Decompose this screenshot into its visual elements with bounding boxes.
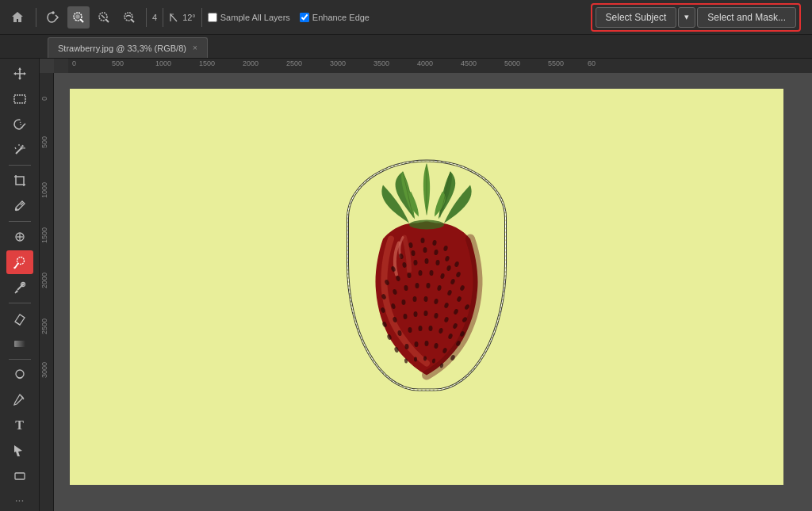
- ruler-h-60: 60: [588, 59, 596, 67]
- enhance-edge-text: Enhance Edge: [312, 13, 370, 22]
- magic-eraser-btn[interactable]: [93, 6, 115, 29]
- ruler-v-3000: 3000: [40, 362, 48, 378]
- magic-wand-left-btn[interactable]: [6, 138, 33, 162]
- svg-point-44: [425, 258, 429, 264]
- svg-point-20: [13, 267, 15, 269]
- sep3: [163, 8, 163, 27]
- lt-sep1: [9, 165, 31, 166]
- ruler-h-5000: 5000: [504, 59, 520, 67]
- healing-brush-btn[interactable]: [6, 225, 33, 249]
- path-selection-btn[interactable]: [6, 439, 33, 463]
- main-toolbar: 4 12° Sample All Layers Enhance Edge Sel…: [0, 0, 812, 35]
- ruler-v-2000: 2000: [40, 273, 48, 288]
- svg-point-86: [419, 326, 423, 331]
- svg-point-100: [423, 357, 427, 361]
- clone-stamp-btn[interactable]: [6, 276, 33, 299]
- lasso-tool-btn[interactable]: [42, 6, 64, 29]
- svg-line-12: [15, 147, 16, 149]
- ruler-corner: [54, 59, 68, 73]
- crop-tool-btn[interactable]: [6, 169, 33, 193]
- svg-point-77: [414, 311, 418, 317]
- tab-title: Strawberry.jpg @ 33,3% (RGB/8): [58, 44, 186, 53]
- ruler-vertical: 0 500 1000 1500 2000 2500 3000: [40, 73, 54, 511]
- select-subject-group: Select Subject ▾ Select and Mask...: [591, 3, 801, 32]
- ruler-h-0: 0: [72, 59, 76, 67]
- svg-point-15: [15, 209, 17, 211]
- brush-tool-btn[interactable]: [6, 250, 33, 274]
- ruler-h-3000: 3000: [330, 59, 346, 67]
- svg-line-23: [15, 322, 20, 325]
- svg-point-37: [423, 247, 427, 253]
- ruler-v-500: 500: [40, 136, 48, 148]
- svg-point-93: [415, 341, 419, 347]
- ruler-v-0: 0: [40, 97, 48, 101]
- svg-rect-27: [15, 473, 25, 479]
- enhance-edge-checkbox[interactable]: [300, 13, 309, 22]
- svg-point-13: [21, 146, 24, 149]
- ruler-h-2000: 2000: [243, 59, 259, 67]
- ruler-v-2500: 2500: [40, 318, 48, 334]
- sample-layers-text: Sample All Layers: [220, 13, 290, 22]
- tab-bar: Strawberry.jpg @ 33,3% (RGB/8) ×: [0, 35, 812, 59]
- rect-select-btn[interactable]: [6, 87, 33, 111]
- svg-line-7: [20, 120, 21, 128]
- pen-btn[interactable]: [6, 388, 33, 412]
- move-tool-btn[interactable]: [6, 62, 33, 86]
- svg-point-2: [76, 15, 79, 18]
- svg-point-22: [22, 284, 24, 285]
- select-subject-dropdown[interactable]: ▾: [678, 7, 695, 28]
- svg-rect-6: [14, 95, 25, 103]
- svg-point-68: [413, 296, 417, 302]
- ruler-h-4500: 4500: [461, 59, 477, 67]
- lt-sep4: [9, 359, 31, 360]
- sample-layers-checkbox[interactable]: [208, 13, 217, 22]
- sample-layers-label[interactable]: Sample All Layers: [208, 13, 290, 22]
- ruler-h-1500: 1500: [199, 59, 215, 67]
- type-icon: T: [15, 418, 24, 433]
- type-tool-btn[interactable]: T: [6, 414, 33, 437]
- lt-sep3: [9, 303, 31, 303]
- more-tools-btn[interactable]: ···: [6, 492, 33, 508]
- sep2: [146, 8, 147, 27]
- canvas-area[interactable]: 0 500 1000 1500 2000 2500 3000 3500 4000…: [40, 59, 812, 511]
- shape-tool-btn[interactable]: [6, 464, 33, 488]
- size-number: 4: [152, 13, 157, 22]
- ruler-h-5500: 5500: [548, 59, 564, 67]
- eyedropper-btn[interactable]: [6, 194, 33, 218]
- ruler-horizontal: 0 500 1000 1500 2000 2500 3000 3500 4000…: [54, 59, 812, 73]
- svg-point-99: [414, 357, 417, 362]
- left-toolbar: T ···: [0, 59, 40, 511]
- angle-value: 12°: [182, 13, 196, 22]
- ruler-h-500: 500: [112, 59, 124, 67]
- document-tab[interactable]: Strawberry.jpg @ 33,3% (RGB/8) ×: [48, 37, 208, 58]
- quick-selection-btn[interactable]: [67, 6, 90, 29]
- tab-close[interactable]: ×: [193, 44, 197, 52]
- select-subject-button[interactable]: Select Subject: [596, 7, 677, 28]
- brush-size-field: 4: [152, 13, 157, 22]
- enhance-edge-label[interactable]: Enhance Edge: [300, 13, 370, 22]
- sep1: [36, 8, 36, 27]
- eraser-btn[interactable]: [6, 307, 33, 330]
- angle-icon: [169, 12, 180, 23]
- main-area: T ··· 0 500 1000: [0, 59, 812, 511]
- gradient-btn[interactable]: [6, 332, 33, 356]
- svg-line-4: [102, 15, 105, 18]
- refine-edge-btn[interactable]: [118, 6, 140, 29]
- strawberry-image: [339, 152, 514, 398]
- strawberry-leaves: [381, 164, 471, 223]
- svg-point-0: [52, 12, 54, 13]
- ruler-h-3500: 3500: [373, 59, 389, 67]
- svg-point-59: [416, 283, 419, 288]
- canvas-viewport[interactable]: [54, 73, 812, 511]
- lasso-tool-left-btn[interactable]: [6, 112, 33, 136]
- svg-point-103: [409, 220, 444, 230]
- blur-btn[interactable]: [6, 363, 33, 387]
- dropdown-arrow-icon: ▾: [684, 12, 689, 22]
- svg-point-51: [419, 270, 423, 276]
- ruler-h-track: 0 500 1000 1500 2000 2500 3000 3500 4000…: [68, 59, 812, 73]
- select-mask-button[interactable]: Select and Mask...: [697, 7, 796, 28]
- svg-point-25: [16, 370, 24, 378]
- angle-field: 12°: [169, 12, 196, 23]
- home-button[interactable]: [5, 5, 30, 30]
- ruler-v-1500: 1500: [40, 227, 48, 243]
